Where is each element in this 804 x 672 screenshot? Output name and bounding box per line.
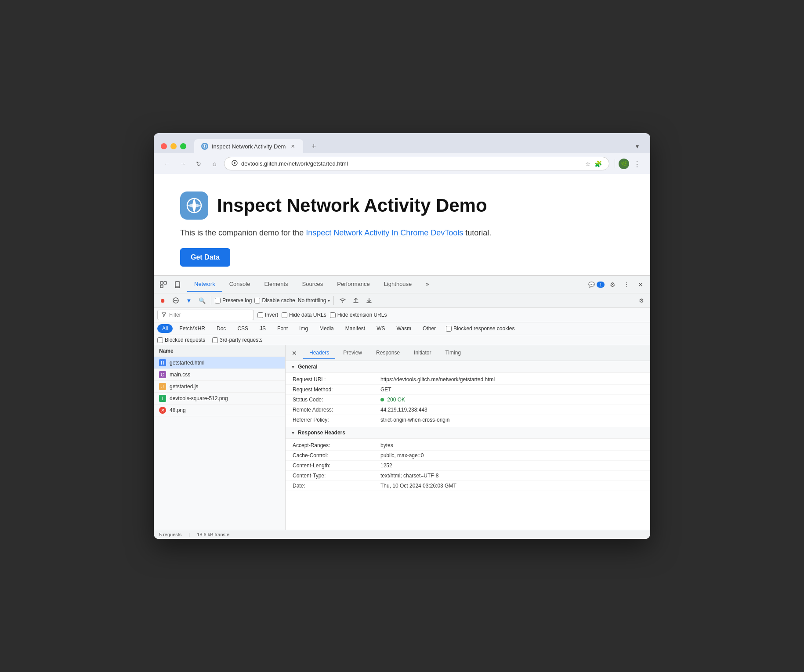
tab-more[interactable]: » xyxy=(419,277,436,292)
filter-img[interactable]: Img xyxy=(294,324,313,333)
devtools-close-button[interactable]: ✕ xyxy=(634,278,647,291)
export-button[interactable] xyxy=(364,295,374,306)
extension-icon[interactable]: 🧩 xyxy=(594,160,602,167)
detail-tab-response[interactable]: Response xyxy=(370,347,406,359)
file-icon-img: I xyxy=(159,395,166,402)
throttle-select-wrap[interactable]: No throttling ▾ xyxy=(298,297,330,303)
list-item[interactable]: J getstarted.js xyxy=(154,381,285,393)
hide-ext-urls-label[interactable]: Hide extension URLs xyxy=(330,312,387,318)
devtools-tab-list: Network Console Elements Sources Perform… xyxy=(187,277,588,292)
tab-console[interactable]: Console xyxy=(222,277,257,292)
detail-tab-preview[interactable]: Preview xyxy=(337,347,368,359)
fullscreen-button[interactable] xyxy=(180,143,186,149)
devtools-tabbar: Network Console Elements Sources Perform… xyxy=(154,276,650,293)
filter-fetch-xhr[interactable]: Fetch/XHR xyxy=(174,324,210,333)
detail-panel: ✕ Headers Preview Response Initiator Tim… xyxy=(286,345,650,530)
blocked-cookies-label[interactable]: Blocked response cookies xyxy=(446,325,514,332)
address-bar[interactable]: devtools.glitch.me/network/getstarted.ht… xyxy=(224,157,609,170)
detail-tabs: ✕ Headers Preview Response Initiator Tim… xyxy=(286,345,650,361)
subtitle-link[interactable]: Inspect Network Activity In Chrome DevTo… xyxy=(306,228,463,237)
header-field-status: 200 OK xyxy=(380,397,643,403)
response-section-header[interactable]: ▼ Response Headers xyxy=(286,427,650,439)
blocked-requests-label[interactable]: Blocked requests xyxy=(157,337,205,343)
detail-tab-timing[interactable]: Timing xyxy=(439,347,467,359)
list-item[interactable]: H getstarted.html xyxy=(154,357,285,369)
tab-network[interactable]: Network xyxy=(187,277,222,292)
tab-lighthouse[interactable]: Lighthouse xyxy=(377,277,419,292)
filter-button[interactable]: ▼ xyxy=(184,295,194,306)
import-button[interactable] xyxy=(351,295,361,306)
third-party-checkbox[interactable] xyxy=(212,337,218,343)
search-button[interactable]: 🔍 xyxy=(197,295,207,306)
bookmark-icon[interactable]: ☆ xyxy=(585,160,591,167)
tab-close-button[interactable]: ✕ xyxy=(289,143,296,150)
get-data-button[interactable]: Get Data xyxy=(180,248,230,267)
close-button[interactable] xyxy=(161,143,167,149)
tab-elements[interactable]: Elements xyxy=(257,277,295,292)
devtools-settings-button[interactable]: ⚙ xyxy=(606,278,619,291)
detail-tab-headers[interactable]: Headers xyxy=(303,347,335,359)
general-section-header[interactable]: ▼ General xyxy=(286,361,650,373)
preserve-log-label[interactable]: Preserve log xyxy=(215,297,252,303)
blocked-requests-checkbox[interactable] xyxy=(157,337,163,343)
minimize-button[interactable] xyxy=(170,143,177,149)
network-settings-button[interactable]: ⚙ xyxy=(636,295,647,306)
console-badge-wrap: 💬 1 xyxy=(588,282,605,288)
invert-filter-label[interactable]: Invert xyxy=(257,312,278,318)
filter-media[interactable]: Media xyxy=(315,324,339,333)
filter-all[interactable]: All xyxy=(157,324,173,333)
file-icon-html: H xyxy=(159,359,166,366)
filter-wasm[interactable]: Wasm xyxy=(392,324,416,333)
tab-sources[interactable]: Sources xyxy=(295,277,330,292)
devtools-panel: Network Console Elements Sources Perform… xyxy=(154,275,650,539)
filter-other[interactable]: Other xyxy=(418,324,441,333)
profile-avatar[interactable]: 🌿 xyxy=(619,159,629,169)
file-name: getstarted.js xyxy=(170,383,198,390)
inspect-element-button[interactable] xyxy=(157,278,170,291)
devtools-more-button[interactable]: ⋮ xyxy=(620,278,633,291)
new-tab-button[interactable]: + xyxy=(308,140,320,152)
filter-doc[interactable]: Doc xyxy=(212,324,231,333)
filter-ws[interactable]: WS xyxy=(372,324,390,333)
invert-checkbox[interactable] xyxy=(257,312,263,318)
hide-ext-urls-checkbox[interactable] xyxy=(330,312,336,318)
forward-button[interactable]: → xyxy=(177,158,189,170)
record-button[interactable]: ⏺ xyxy=(157,295,168,306)
wifi-button[interactable] xyxy=(337,295,348,306)
back-button[interactable]: ← xyxy=(161,158,173,170)
page-content: Inspect Network Activity Demo This is th… xyxy=(154,174,650,275)
filter-input[interactable] xyxy=(169,312,239,318)
header-field-value: https://devtools.glitch.me/network/getst… xyxy=(380,376,643,383)
header-row: Cache-Control: public, max-age=0 xyxy=(286,451,650,461)
disable-cache-checkbox[interactable] xyxy=(254,298,260,303)
list-item[interactable]: ✕ 48.png xyxy=(154,405,285,416)
file-name: getstarted.html xyxy=(170,360,204,366)
filter-input-wrap[interactable] xyxy=(157,310,254,320)
disable-cache-label[interactable]: Disable cache xyxy=(254,297,295,303)
tab-performance[interactable]: Performance xyxy=(330,277,377,292)
clear-button[interactable] xyxy=(170,295,181,306)
filter-css[interactable]: CSS xyxy=(232,324,253,333)
detail-close-button[interactable]: ✕ xyxy=(289,348,300,358)
blocked-cookies-checkbox[interactable] xyxy=(446,326,452,332)
refresh-button[interactable]: ↻ xyxy=(192,158,205,170)
throttle-label: No throttling xyxy=(298,297,326,303)
browser-window: Inspect Network Activity Dem ✕ + ▾ ← → ↻… xyxy=(154,133,650,539)
filter-js[interactable]: JS xyxy=(255,324,271,333)
filter-font[interactable]: Font xyxy=(272,324,293,333)
list-item[interactable]: I devtools-square-512.png xyxy=(154,393,285,405)
list-item[interactable]: C main.css xyxy=(154,369,285,381)
preserve-log-checkbox[interactable] xyxy=(215,298,221,303)
active-tab[interactable]: Inspect Network Activity Dem ✕ xyxy=(194,139,303,153)
hide-data-urls-label[interactable]: Hide data URLs xyxy=(282,312,326,318)
detail-tab-initiator[interactable]: Initiator xyxy=(408,347,437,359)
filter-manifest[interactable]: Manifest xyxy=(340,324,370,333)
hide-data-urls-checkbox[interactable] xyxy=(282,312,287,318)
third-party-label[interactable]: 3rd-party requests xyxy=(212,337,262,343)
tab-dropdown-button[interactable]: ▾ xyxy=(631,140,643,152)
network-main: Name H getstarted.html C main.css J gets… xyxy=(154,345,650,530)
file-icon-js: J xyxy=(159,383,166,390)
device-toolbar-button[interactable] xyxy=(171,278,184,291)
home-button[interactable]: ⌂ xyxy=(208,158,221,170)
browser-menu-button[interactable]: ⋮ xyxy=(631,158,643,170)
